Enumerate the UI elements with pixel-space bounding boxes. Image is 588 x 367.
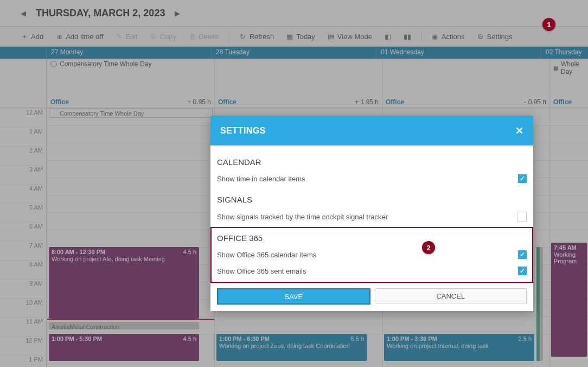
settings-dialog: SETTINGS ✕ CALENDAR Show time in calenda… <box>210 116 533 311</box>
section-signals: SIGNALS Show signals tracked by the time… <box>217 195 527 222</box>
option-show-time: Show time in calendar items ✓ <box>217 174 527 183</box>
section-office365: OFFICE 365 Show Office 365 calendar item… <box>217 233 527 275</box>
cancel-button[interactable]: CANCEL <box>375 288 527 303</box>
cancel-label: CANCEL <box>436 292 465 300</box>
checkbox-checked[interactable]: ✓ <box>518 267 527 275</box>
checkbox-unchecked[interactable] <box>517 212 527 222</box>
option-o365-emails: Show Office 365 sent emails ✓ <box>217 267 527 275</box>
section-calendar: CALENDAR Show time in calendar items ✓ <box>217 157 527 183</box>
section-title: CALENDAR <box>217 157 527 167</box>
step-badge-2: 2 <box>422 241 435 254</box>
section-title: OFFICE 365 <box>217 233 527 243</box>
option-label: Show signals tracked by the time cockpit… <box>217 213 388 221</box>
close-icon[interactable]: ✕ <box>515 125 523 137</box>
checkbox-checked[interactable]: ✓ <box>518 250 527 259</box>
section-title: SIGNALS <box>217 195 527 204</box>
option-label: Show Office 365 sent emails <box>217 267 306 275</box>
save-button[interactable]: SAVE <box>217 288 370 305</box>
dialog-header: SETTINGS ✕ <box>210 116 533 145</box>
option-show-signals: Show signals tracked by the time cockpit… <box>217 212 527 222</box>
section-office365-highlight: OFFICE 365 Show Office 365 calendar item… <box>210 227 533 283</box>
checkbox-checked[interactable]: ✓ <box>518 174 527 183</box>
save-label: SAVE <box>284 293 303 301</box>
dialog-body: CALENDAR Show time in calendar items ✓ S… <box>210 145 533 311</box>
dialog-buttons: SAVE CANCEL <box>217 288 527 305</box>
dialog-title: SETTINGS <box>220 126 266 136</box>
option-o365-calendar: Show Office 365 calendar items ✓ <box>217 250 527 259</box>
step-badge-1: 1 <box>542 18 555 31</box>
option-label: Show Office 365 calendar items <box>217 251 316 259</box>
option-label: Show time in calendar items <box>217 175 305 183</box>
